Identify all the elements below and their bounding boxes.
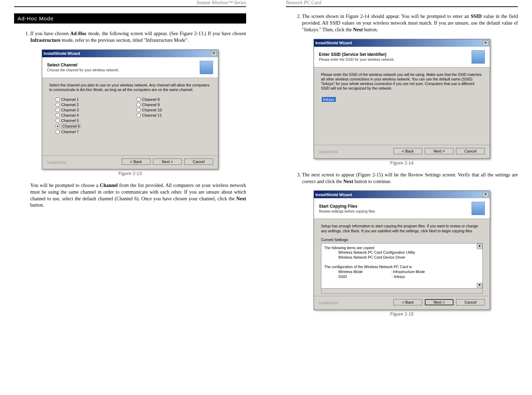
section-title: Ad-Hoc Mode [14,13,246,24]
dialog15-titlebar: InstallShield Wizard × [314,191,490,198]
cancel-button[interactable]: Cancel [184,158,213,165]
dialog13-titlebar: InstallShield Wizard × [42,50,218,57]
close-icon[interactable]: × [211,51,217,56]
channel-radio[interactable]: Channel 5 [56,118,130,123]
close-icon[interactable]: × [483,40,488,46]
right-header-rule [286,6,518,7]
dialog15-footer: InstallShield < Back Next > Cancel [314,296,490,310]
scroll-down-icon[interactable]: ▼ [477,283,482,289]
right-steps: The screen shown in Figure 2-14 should a… [286,13,518,33]
dialog15-brand: InstallShield [319,301,338,305]
dialog-enter-ssid: InstallShield Wizard × Enter SSID (Servi… [314,39,490,159]
left-header-rule [14,6,246,7]
left-steps: If you have chosen Ad-Hoc mode, the foll… [14,31,246,44]
dialog14-title: InstallShield Wizard [315,41,352,45]
right-steps-3: The next screen to appear (Figure 2-15) … [286,172,518,185]
dialog15-header-title: Start Copying Files [319,204,357,209]
figure-2-15-caption: Figure 2-15 [286,311,518,317]
wizard-logo-icon [200,61,213,74]
dialog15-desc: Setup has enough information to start co… [321,224,483,233]
dialog15-header-sub: Review settings before copying files. [319,209,376,213]
hscroll-bar[interactable] [321,288,482,293]
left-step-1: If you have chosen Ad-Hoc mode, the foll… [30,31,246,44]
next-button[interactable]: Next > [425,148,454,154]
review-settings-box: The following items are copied: Wireless… [321,243,483,294]
right-step-3: The next screen to appear (Figure 2-15) … [302,172,518,185]
dialog14-footer: InstallShield < Back Next > Cancel [314,145,490,158]
dialog14-header-sub: Please enter the SSID for your wireless … [319,58,395,61]
channel-radio[interactable]: Channel 4 [56,113,130,117]
channel-radio[interactable]: Channel 9 [136,103,211,107]
channel-radio[interactable]: Channel 10 [136,108,211,112]
wizard-logo-icon [472,50,485,64]
dialog14-titlebar: InstallShield Wizard × [314,39,490,47]
channel-radio[interactable]: Channel 3 [56,108,130,112]
dialog13-header: Select Channel Choose the channel for yo… [42,57,218,78]
right-step-2: The screen shown in Figure 2-14 should a… [302,13,518,33]
left-para-2: You will be prompted to choose a Channel… [30,182,246,209]
wizard-logo-icon [472,202,485,215]
dialog13-title: InstallShield Wizard [44,51,80,56]
cancel-button[interactable]: Cancel [456,148,485,154]
back-button[interactable]: < Back [393,299,422,305]
figure-2-14-caption: Figure 2-14 [286,160,518,166]
cancel-button[interactable]: Cancel [456,299,485,305]
channel-col-right: Channel 8 Channel 9 Channel 10 Channel 1… [130,96,211,135]
dialog14-header-title: Enter SSID (Service Set Identifier) [319,52,386,57]
channel-radio[interactable]: Channel 2 [56,103,130,107]
dialog14-desc: Please enter the SSID of the wireless ne… [321,72,483,91]
channel-radio[interactable]: Channel 11 [136,113,211,117]
dialog13-desc: Select the channel you plan to use on yo… [49,83,211,92]
current-settings-label: Current Settings: [321,238,483,242]
dialog-start-copying: InstallShield Wizard × Start Copying Fil… [314,190,490,310]
dialog13-brand: InstallShield [47,161,66,164]
channel-col-left: Channel 1 Channel 2 Channel 3 Channel 4 … [49,96,130,135]
left-running-header: Instant Wireless™ Series [14,0,246,6]
channel-radio[interactable]: Channel 8 [136,97,211,102]
next-button[interactable]: Next > [153,158,182,165]
back-button[interactable]: < Back [393,148,422,154]
right-page: Network PC Card The screen shown in Figu… [286,0,518,323]
dialog15-body: Setup has enough information to start co… [314,219,490,296]
back-button[interactable]: < Back [122,158,150,165]
channel-radio[interactable]: Channel 7 [56,130,130,134]
dialog13-footer: InstallShield < Back Next > Cancel [42,155,218,169]
figure-2-13-caption: Figure 2-13 [14,171,246,176]
dialog-select-channel: InstallShield Wizard × Select Channel Ch… [42,50,218,169]
channel-radio[interactable]: Channel 1 [56,97,130,102]
right-running-header: Network PC Card [286,0,518,6]
close-icon[interactable]: × [483,192,488,197]
left-page: Instant Wireless™ Series Ad-Hoc Mode If … [14,0,246,323]
scroll-up-icon[interactable]: ▲ [477,244,482,249]
dialog15-header: Start Copying Files Review settings befo… [314,198,490,219]
next-button[interactable]: Next > [425,299,454,305]
dialog13-header-title: Select Channel [47,63,77,67]
dialog14-body: Please enter the SSID of the wireless ne… [314,67,490,145]
dialog13-header-sub: Choose the channel for your wireless net… [47,68,119,72]
dialog14-header: Enter SSID (Service Set Identifier) Plea… [314,47,490,67]
ssid-input[interactable]: linksys [322,97,336,102]
dialog15-title: InstallShield Wizard [315,193,352,197]
dialog14-brand: InstallShield [319,150,338,154]
dialog13-body: Select the channel you plan to use on yo… [42,78,218,155]
channel-radio-selected[interactable]: Channel 6 [56,124,130,129]
